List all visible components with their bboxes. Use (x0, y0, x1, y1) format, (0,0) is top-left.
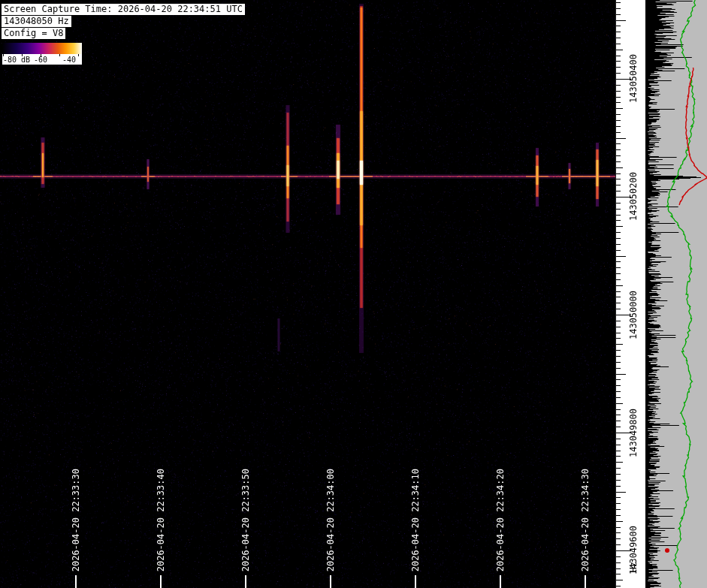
db-label-max: -40 (62, 56, 76, 65)
frequency-unit-label: Hz (628, 562, 639, 572)
frequency-axis-label: 143049800 (628, 409, 639, 457)
capture-frequency-text: 143048050 Hz (2, 16, 71, 27)
time-axis-tick (415, 575, 416, 588)
time-axis-tick (585, 575, 586, 588)
time-axis-label: 2026-04-20 22:33:30 (71, 469, 81, 571)
color-scale-labels: -80 dB -60 -40 (2, 54, 82, 65)
spectrogram-waterfall (0, 0, 615, 588)
frequency-axis-label: 143050000 (628, 291, 639, 339)
color-scale-legend: -80 dB -60 -40 (2, 43, 82, 65)
time-axis-label: 2026-04-20 22:34:30 (580, 469, 591, 571)
db-label-min: -80 dB (3, 56, 30, 65)
time-axis-label: 2026-04-20 22:33:40 (156, 469, 166, 571)
spectrum-graph (645, 0, 707, 588)
time-axis-label: 2026-04-20 22:34:10 (410, 469, 421, 571)
time-axis-label: 2026-04-20 22:33:50 (240, 469, 251, 571)
time-axis-tick (160, 575, 162, 588)
color-scale-gradient (2, 43, 82, 54)
time-axis-tick (330, 575, 331, 588)
time-axis-tick (245, 575, 246, 588)
time-axis-tick (500, 575, 501, 588)
capture-time-text: Screen Capture Time: 2026-04-20 22:34:51… (2, 4, 245, 15)
time-axis-tick (75, 575, 77, 588)
frequency-axis-label: 143050200 (628, 172, 639, 221)
config-text: Config = V8 (2, 28, 65, 39)
frequency-axis-label: 143050400 (628, 54, 639, 103)
frequency-scale: 1430504001430502001430500001430498001430… (615, 0, 645, 588)
capture-info: Screen Capture Time: 2026-04-20 22:34:51… (2, 4, 245, 40)
spectrogram-app: Screen Capture Time: 2026-04-20 22:34:51… (0, 0, 707, 588)
time-axis-label: 2026-04-20 22:34:00 (325, 469, 336, 571)
time-axis-label: 2026-04-20 22:34:20 (495, 469, 506, 571)
db-label-mid: -60 (34, 56, 47, 65)
